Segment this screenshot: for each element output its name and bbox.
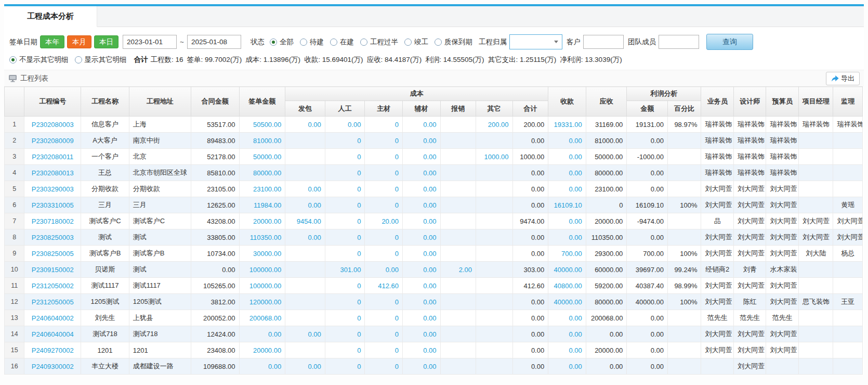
cell-project-code[interactable]: P2302080009 — [24, 133, 81, 149]
cell-cost-main-material[interactable]: 0 — [365, 294, 403, 310]
search-button[interactable]: 查询 — [706, 34, 753, 50]
cell-sign-amount[interactable]: 20000.00 — [239, 342, 285, 358]
cell-received[interactable]: 40000.00 — [548, 262, 586, 278]
cell-cost-main-material[interactable]: 0 — [365, 326, 403, 342]
status-option-竣工[interactable]: 竣工 — [404, 37, 428, 47]
cell-cost-outsource[interactable]: 0.00 — [285, 326, 325, 342]
cell-cost-main-material[interactable]: 0 — [365, 246, 403, 262]
cell-cost-main-material[interactable]: 0 — [365, 181, 403, 197]
cell-cost-labor[interactable]: 0 — [325, 133, 365, 149]
cell-received[interactable]: 0.00 — [548, 342, 586, 358]
cell-sign-amount[interactable]: 30000.00 — [239, 246, 285, 262]
cell-cost-labor[interactable]: 0 — [325, 181, 365, 197]
cell-cost-aux-material[interactable]: 0.00 — [402, 310, 440, 326]
cell-project-code[interactable]: P2309150002 — [24, 262, 81, 278]
customer-input[interactable] — [583, 35, 624, 49]
cell-cost-aux-material[interactable]: 0.00 — [402, 117, 440, 133]
cell-received[interactable]: 0.00 — [548, 326, 586, 342]
cell-sign-amount[interactable]: 120000.00 — [239, 294, 285, 310]
cell-sign-amount[interactable]: 100000.00 — [239, 278, 285, 294]
cell-project-code[interactable]: P2409270002 — [24, 342, 81, 358]
cell-received[interactable]: 0.00 — [548, 165, 586, 181]
cell-cost-labor[interactable]: 0 — [325, 310, 365, 326]
cell-sign-amount[interactable]: 0.00 — [239, 326, 285, 342]
project-belong-select[interactable] — [509, 34, 562, 49]
cell-sign-amount[interactable]: 100000.00 — [239, 262, 285, 278]
cell-sign-amount[interactable]: 50000.00 — [239, 149, 285, 165]
cell-cost-labor[interactable]: 0 — [325, 165, 365, 181]
cell-cost-other[interactable]: 1000.00 — [476, 149, 513, 165]
detail-toggle-不显示其它明细[interactable]: 不显示其它明细 — [9, 55, 69, 65]
cell-cost-main-material[interactable]: 0.00 — [365, 262, 403, 278]
cell-cost-main-material[interactable]: 0 — [365, 165, 403, 181]
cell-project-code[interactable]: P2308250003 — [24, 229, 81, 246]
cell-received[interactable]: 16109.10 — [548, 197, 586, 213]
cell-cost-main-material[interactable]: 0 — [365, 229, 403, 246]
cell-received[interactable]: 19331.00 — [548, 117, 586, 133]
cell-sign-amount[interactable]: 20000.00 — [239, 213, 285, 229]
cell-cost-aux-material[interactable]: 0.00 — [402, 262, 440, 278]
status-option-质保到期[interactable]: 质保到期 — [435, 37, 472, 47]
cell-cost-labor[interactable]: 0 — [325, 149, 365, 165]
cell-cost-aux-material[interactable]: 0.00 — [402, 246, 440, 262]
cell-project-code[interactable]: P2308250005 — [24, 246, 81, 262]
cell-project-code[interactable]: P2406040004 — [24, 326, 81, 342]
quick-date-button-本月[interactable]: 本月 — [67, 35, 91, 49]
cell-received[interactable]: 0.00 — [548, 358, 586, 375]
date-to-input[interactable] — [187, 35, 241, 49]
cell-cost-main-material[interactable]: 0 — [365, 342, 403, 358]
cell-cost-labor[interactable]: 0.00 — [325, 117, 365, 133]
cell-cost-outsource[interactable]: 0.00 — [285, 229, 325, 246]
cell-received[interactable]: 0.00 — [548, 213, 586, 229]
cell-cost-aux-material[interactable]: 0.00 — [402, 149, 440, 165]
cell-received[interactable]: 0.00 — [548, 133, 586, 149]
cell-cost-aux-material[interactable]: 0.00 — [402, 278, 440, 294]
cell-cost-labor[interactable]: 0 — [325, 229, 365, 246]
cell-sign-amount[interactable]: 81000.00 — [239, 133, 285, 149]
cell-cost-main-material[interactable]: 0 — [365, 149, 403, 165]
cell-cost-reimburse[interactable]: 2.00 — [440, 262, 476, 278]
cell-project-code[interactable]: P2303310005 — [24, 197, 81, 213]
cell-received[interactable]: 0.00 — [548, 229, 586, 246]
cell-cost-labor[interactable]: 0 — [325, 197, 365, 213]
cell-project-code[interactable]: P2302080013 — [24, 165, 81, 181]
date-from-input[interactable] — [123, 35, 177, 49]
cell-sign-amount[interactable]: 200068.00 — [239, 310, 285, 326]
cell-sign-amount[interactable]: 50500.00 — [239, 117, 285, 133]
cell-project-code[interactable]: P2302080011 — [24, 149, 81, 165]
status-option-在建[interactable]: 在建 — [330, 37, 354, 47]
cell-project-code[interactable]: P2302080003 — [24, 117, 81, 133]
cell-received[interactable]: 0.00 — [548, 310, 586, 326]
cell-cost-aux-material[interactable]: 0.00 — [402, 326, 440, 342]
cell-sign-amount[interactable]: 80000.00 — [239, 165, 285, 181]
cell-cost-aux-material[interactable]: 0.00 — [402, 342, 440, 358]
cell-cost-other[interactable]: 200.00 — [476, 117, 513, 133]
cell-cost-labor[interactable]: 0 — [325, 358, 365, 375]
cell-cost-aux-material[interactable]: 0.00 — [402, 181, 440, 197]
status-option-待建[interactable]: 待建 — [300, 37, 324, 47]
cell-cost-main-material[interactable]: 412.60 — [365, 278, 403, 294]
cell-cost-aux-material[interactable]: 0.00 — [402, 229, 440, 246]
cell-cost-labor[interactable]: 0 — [325, 342, 365, 358]
cell-cost-aux-material[interactable]: 0.00 — [402, 294, 440, 310]
quick-date-button-本日[interactable]: 本日 — [94, 35, 119, 49]
export-button[interactable]: 导出 — [826, 72, 860, 85]
cell-project-code[interactable]: P2312050002 — [24, 278, 81, 294]
cell-cost-labor[interactable]: 0 — [325, 213, 365, 229]
cell-cost-main-material[interactable]: 0 — [365, 197, 403, 213]
quick-date-button-本年[interactable]: 本年 — [40, 35, 64, 49]
team-member-input[interactable] — [659, 35, 699, 49]
cell-project-code[interactable]: P2406040002 — [24, 310, 81, 326]
detail-toggle-显示其它明细[interactable]: 显示其它明细 — [75, 55, 127, 65]
tab-project-cost-analysis[interactable]: 工程成本分析 — [4, 6, 97, 27]
cell-cost-outsource[interactable]: 0.00 — [285, 358, 325, 375]
cell-cost-aux-material[interactable]: 0.00 — [402, 358, 440, 375]
cell-cost-main-material[interactable]: 0 — [365, 358, 403, 375]
status-option-工程过半[interactable]: 工程过半 — [360, 37, 398, 47]
cell-project-code[interactable]: P2303290003 — [24, 181, 81, 197]
cell-cost-main-material[interactable]: 20.00 — [365, 213, 403, 229]
cell-cost-labor[interactable]: 0 — [325, 246, 365, 262]
cell-sign-amount[interactable]: 11984.00 — [239, 197, 285, 213]
cell-cost-aux-material[interactable]: 0.00 — [402, 165, 440, 181]
cell-project-code[interactable]: P2307180002 — [24, 213, 81, 229]
